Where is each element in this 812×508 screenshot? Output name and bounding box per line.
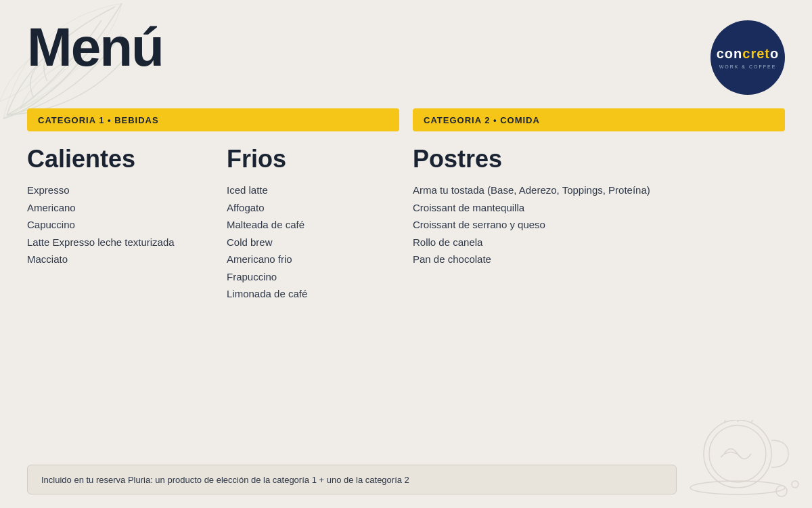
- category-bebidas: CATEGORIA 1 • BEBIDAS Calientes Expresso…: [27, 108, 399, 303]
- list-item: Expresso: [27, 182, 200, 199]
- page-title: Menú: [27, 20, 163, 75]
- list-item: Americano frio: [227, 251, 399, 268]
- list-item: Malteada de café: [227, 216, 399, 234]
- svg-point-4: [792, 481, 798, 488]
- category2-label: CATEGORIA 2 • COMIDA: [424, 115, 540, 125]
- list-item: Rollo de canela: [413, 234, 785, 251]
- category1-banner: CATEGORIA 1 • BEBIDAS: [27, 108, 399, 131]
- list-item: Americano: [27, 199, 200, 217]
- calientes-items: ExpressoAmericanoCapuccinoLatte Expresso…: [27, 182, 200, 268]
- list-item: Limonada de café: [227, 285, 399, 303]
- main-content: CATEGORIA 1 • BEBIDAS Calientes Expresso…: [0, 108, 812, 303]
- calientes-column: Calientes ExpressoAmericanoCapuccinoLatt…: [27, 145, 200, 303]
- coffee-decoration: [677, 420, 812, 508]
- frios-items: Iced latteAffogatoMalteada de caféCold b…: [227, 182, 399, 303]
- frios-column: Frios Iced latteAffogatoMalteada de café…: [227, 145, 399, 303]
- list-item: Macciato: [27, 251, 200, 268]
- category1-label: CATEGORIA 1 • BEBIDAS: [38, 115, 159, 125]
- logo-subtitle: WORK & COFFEE: [717, 64, 779, 69]
- logo-text: concreto: [717, 46, 779, 61]
- list-item: Pan de chocolate: [413, 251, 785, 268]
- frios-title: Frios: [227, 145, 399, 173]
- category-comida: CATEGORIA 2 • COMIDA Postres Arma tu tos…: [413, 108, 785, 303]
- list-item: Croissant de mantequilla: [413, 199, 785, 217]
- list-item: Cold brew: [227, 234, 399, 251]
- list-item: Frapuccino: [227, 268, 399, 286]
- drinks-columns: Calientes ExpressoAmericanoCapuccinoLatt…: [27, 145, 399, 303]
- list-item: Iced latte: [227, 182, 399, 199]
- footer-note: Incluido en tu reserva Pluria: un produc…: [27, 465, 677, 494]
- postres-items: Arma tu tostada (Base, Aderezo, Toppings…: [413, 182, 785, 268]
- list-item: Arma tu tostada (Base, Aderezo, Toppings…: [413, 182, 785, 199]
- list-item: Latte Expresso leche texturizada: [27, 234, 200, 251]
- list-item: Affogato: [227, 199, 399, 217]
- list-item: Capuccino: [27, 216, 200, 234]
- footer-text: Incluido en tu reserva Pluria: un produc…: [41, 475, 409, 485]
- postres-title: Postres: [413, 145, 785, 173]
- logo: concreto WORK & COFFEE: [710, 20, 785, 95]
- calientes-title: Calientes: [27, 145, 200, 173]
- category2-banner: CATEGORIA 2 • COMIDA: [413, 108, 785, 131]
- header: Menú concreto WORK & COFFEE: [0, 0, 812, 108]
- list-item: Croissant de serrano y queso: [413, 216, 785, 234]
